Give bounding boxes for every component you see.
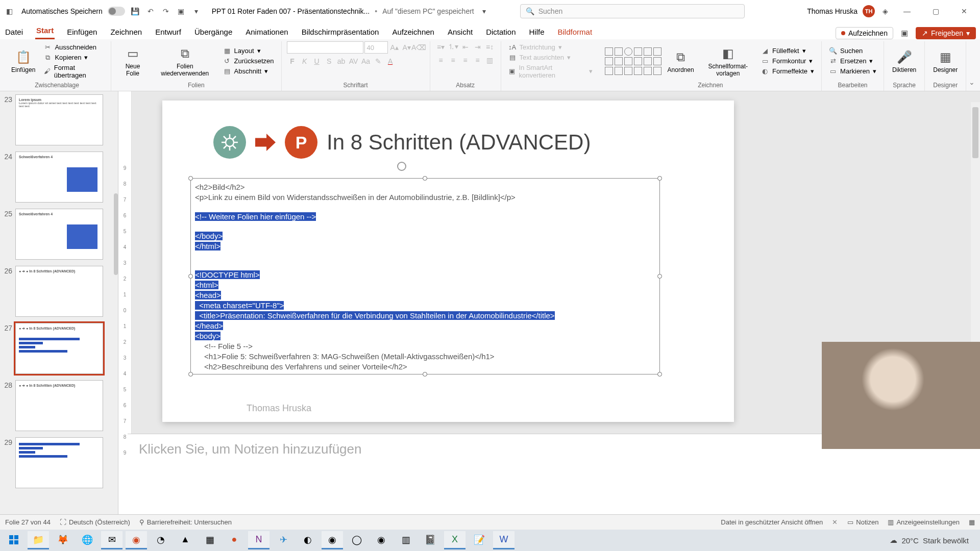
reset-button[interactable]: ↺Zurücksetzen xyxy=(221,57,276,66)
thumb-28[interactable]: ● ➜ ● In 8 Schritten (ADVANCED) xyxy=(15,380,103,431)
selected-textbox[interactable]: <h2>Bild</h2> <p>Link zu einem Bild von … xyxy=(190,178,660,374)
normal-view-icon[interactable]: ▦ xyxy=(969,518,975,526)
close-button[interactable]: ✕ xyxy=(952,4,976,19)
minimize-button[interactable]: — xyxy=(895,4,919,19)
select-button[interactable]: ▭Markieren▾ xyxy=(827,67,878,76)
share-button[interactable]: ↗Freigeben▾ xyxy=(916,27,976,39)
thumb-23[interactable]: Lorem ipsumLorem ipsum dolor sit amet te… xyxy=(15,94,103,145)
arrange-button[interactable]: ⧉Anordnen xyxy=(665,48,697,74)
save-icon[interactable]: 💾 xyxy=(130,6,140,16)
thumb-25[interactable]: Schweißverfahren 4 xyxy=(15,209,103,260)
doc-dropdown-icon[interactable]: ▾ xyxy=(479,6,489,16)
align-center-icon[interactable]: ≡ xyxy=(448,55,459,66)
shape-gallery[interactable] xyxy=(605,47,662,75)
tab-datei[interactable]: Datei xyxy=(4,24,24,39)
code-content[interactable]: <h2>Bild</h2> <p>Link zu einem Bild von … xyxy=(195,183,655,370)
user-avatar[interactable]: TH xyxy=(863,5,875,17)
powerpoint-icon[interactable]: ◉ xyxy=(126,531,147,549)
accessibility-button[interactable]: ⚲Barrierefreiheit: Untersuchen xyxy=(139,518,232,526)
obs-icon[interactable]: ◉ xyxy=(322,531,343,549)
app-icon-3[interactable]: ● xyxy=(224,531,245,549)
section-button[interactable]: ▤Abschnitt▾ xyxy=(221,67,276,76)
layout-button[interactable]: ▦Layout▾ xyxy=(221,46,276,56)
strike-button[interactable]: S xyxy=(324,56,335,67)
record-button[interactable]: Aufzeichnen xyxy=(836,27,893,39)
vlc-icon[interactable]: ▲ xyxy=(175,531,196,549)
file-explorer-icon[interactable]: 📁 xyxy=(28,531,49,549)
numbering-icon[interactable]: ⒈▾ xyxy=(448,41,459,53)
find-button[interactable]: 🔍Suchen xyxy=(827,46,878,56)
shape-outline-button[interactable]: ▭Formkontur▾ xyxy=(759,57,816,66)
align-left-icon[interactable]: ≡ xyxy=(435,55,447,66)
word-icon[interactable]: W xyxy=(493,531,514,549)
app-icon-7[interactable]: ▥ xyxy=(395,531,416,549)
italic-button[interactable]: K xyxy=(299,56,310,67)
app-icon-2[interactable]: ▦ xyxy=(199,531,220,549)
app-icon-5[interactable]: ◯ xyxy=(346,531,368,549)
decrease-font-icon[interactable]: A▾ xyxy=(401,42,412,53)
line-spacing-icon[interactable]: ≡↕ xyxy=(484,41,496,53)
chrome-icon[interactable]: 🌐 xyxy=(77,531,98,549)
tab-uebergaenge[interactable]: Übergänge xyxy=(193,24,233,39)
highlight-icon[interactable]: ✎ xyxy=(373,56,384,67)
notes-toggle[interactable]: ▭Notizen xyxy=(847,518,878,526)
shape-effects-button[interactable]: ◐Formeffekte▾ xyxy=(759,67,816,76)
increase-font-icon[interactable]: A▴ xyxy=(389,42,400,53)
excel-icon[interactable]: X xyxy=(444,531,465,549)
font-family-input[interactable] xyxy=(287,41,363,54)
increase-indent-icon[interactable]: ⇥ xyxy=(472,41,483,53)
paste-button[interactable]: 📋Einfügen xyxy=(8,48,38,74)
redo-icon[interactable]: ↷ xyxy=(161,6,171,16)
language-selector[interactable]: ⛶Deutsch (Österreich) xyxy=(60,518,130,526)
telegram-icon[interactable]: ✈ xyxy=(273,531,294,549)
replace-button[interactable]: ⇄Ersetzen▾ xyxy=(827,57,878,66)
justify-icon[interactable]: ≡ xyxy=(472,55,483,66)
format-painter-button[interactable]: 🖌Format übertragen xyxy=(41,63,106,80)
tab-hilfe[interactable]: Hilfe xyxy=(528,24,546,39)
maximize-button[interactable]: ▢ xyxy=(924,4,947,19)
tab-dictation[interactable]: Dictation xyxy=(485,24,517,39)
shadow-button[interactable]: ab xyxy=(336,56,347,67)
weather-widget[interactable]: ☁ 20°C Stark bewölkt xyxy=(890,536,969,545)
notepad-icon[interactable]: 📝 xyxy=(469,531,490,549)
tab-aufzeichnen[interactable]: Aufzeichnen xyxy=(391,24,435,39)
tab-entwurf[interactable]: Entwurf xyxy=(154,24,182,39)
reuse-slides-button[interactable]: ⧉Folien wiederverwenden xyxy=(152,44,218,78)
bold-button[interactable]: F xyxy=(287,56,298,67)
text-direction-button[interactable]: ↕ATextrichtung▾ xyxy=(506,43,595,52)
tab-zeichnen[interactable]: Zeichnen xyxy=(109,24,143,39)
tab-einfuegen[interactable]: Einfügen xyxy=(66,24,98,39)
collapse-ribbon-icon[interactable]: ⌄ xyxy=(966,77,977,88)
start-button[interactable] xyxy=(3,531,24,549)
autosave-toggle[interactable] xyxy=(108,7,125,16)
premium-icon[interactable]: ◈ xyxy=(880,6,890,16)
smartart-button[interactable]: ▣In SmartArt konvertieren▾ xyxy=(506,63,595,80)
slide-position[interactable]: Folie 27 von 44 xyxy=(5,518,51,526)
dictate-button[interactable]: 🎤Diktieren xyxy=(889,48,919,74)
decrease-indent-icon[interactable]: ⇤ xyxy=(460,41,471,53)
present-mode-icon[interactable]: ▣ xyxy=(899,28,910,38)
display-settings-button[interactable]: ▥Anzeigeeinstellungen xyxy=(888,518,960,526)
protected-close-icon[interactable]: ✕ xyxy=(832,518,838,526)
columns-icon[interactable]: ▥ xyxy=(484,55,496,66)
quick-styles-button[interactable]: ◧Schnellformat-vorlagen xyxy=(700,44,756,78)
char-spacing-icon[interactable]: AV xyxy=(348,56,359,67)
cut-button[interactable]: ✂Ausschneiden xyxy=(41,43,106,52)
bullets-icon[interactable]: ≡▾ xyxy=(435,41,447,53)
font-size-input[interactable]: 40 xyxy=(364,41,388,54)
thumb-26[interactable]: ● ➜ ● In 8 Schritten (ADVANCED) xyxy=(15,266,103,317)
tab-ansicht[interactable]: Ansicht xyxy=(447,24,474,39)
font-color-icon[interactable]: A xyxy=(385,56,396,67)
underline-button[interactable]: U xyxy=(311,56,323,67)
app-icon-6[interactable]: ◉ xyxy=(371,531,392,549)
app-icon-1[interactable]: ◔ xyxy=(150,531,172,549)
slide-title[interactable]: In 8 Schritten (ADVANCED) xyxy=(327,130,591,155)
onenote-icon[interactable]: N xyxy=(248,531,270,549)
undo-icon[interactable]: ↶ xyxy=(145,6,156,16)
tab-bildschirmpraesentation[interactable]: Bildschirmpräsentation xyxy=(301,24,380,39)
clear-format-icon[interactable]: A⌫ xyxy=(413,42,425,53)
thumb-scrollbar[interactable] xyxy=(114,193,118,275)
slide-canvas[interactable]: P In 8 Schritten (ADVANCED) <h2>Bild</h2… xyxy=(162,101,734,422)
designer-button[interactable]: ▦Designer xyxy=(930,48,961,74)
copy-button[interactable]: ⧉Kopieren▾ xyxy=(41,53,106,62)
